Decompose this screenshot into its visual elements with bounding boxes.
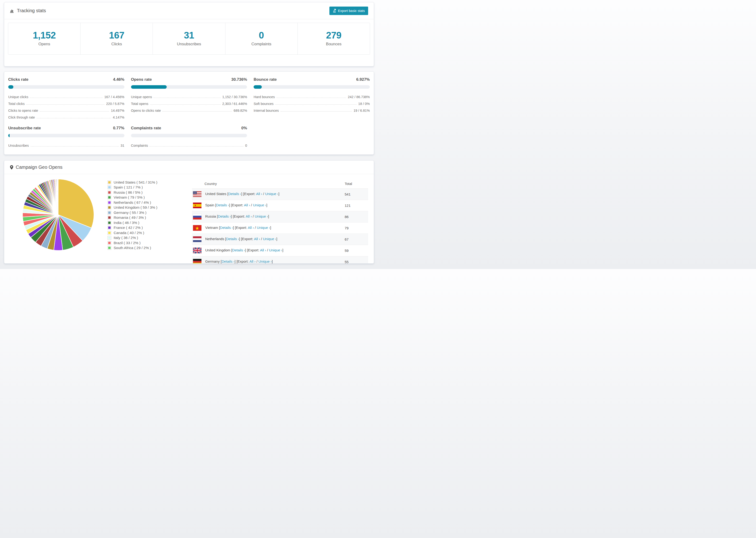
- tracking-stats-card: Tracking stats Export basic stats 1,152 …: [4, 2, 374, 67]
- export-all-link[interactable]: All ›: [256, 192, 262, 196]
- slash: /: [254, 226, 257, 230]
- details-link[interactable]: Details ›: [232, 248, 245, 252]
- legend-label: France ( 42 / 2% ): [114, 226, 143, 230]
- export-unique-link[interactable]: Unique ›: [253, 203, 266, 207]
- dotted-leader: [149, 146, 243, 146]
- details-link[interactable]: Details ›: [222, 259, 235, 263]
- legend-swatch: [108, 231, 111, 235]
- legend-label: South Africa ( 29 / 2% ): [114, 246, 151, 250]
- rate-title: Unsubscribe rate: [8, 126, 41, 131]
- rate-progress-bar: [8, 134, 125, 137]
- slash: /: [252, 214, 255, 218]
- rate-progress-bar: [8, 85, 125, 89]
- legend-item: Netherlands ( 67 / 4% ): [108, 200, 188, 205]
- stat-label: Bounces: [298, 42, 370, 46]
- rate-detail-row: Total opens 2,303 / 61.446%: [131, 99, 247, 106]
- legend-label: Russia ( 86 / 5% ): [114, 190, 142, 194]
- rate-row-value: 19 / 6.81%: [353, 109, 370, 112]
- dotted-leader: [40, 111, 109, 112]
- slash: /: [255, 259, 258, 263]
- stat-label: Clicks: [81, 42, 153, 46]
- legend-swatch: [108, 226, 111, 230]
- legend-item: India ( 46 / 3% ): [108, 220, 188, 225]
- legend-item: United States ( 541 / 31% ): [108, 180, 188, 185]
- slash: /: [266, 248, 269, 252]
- country-cell: United States [Details ›] [Export: All ›…: [192, 188, 340, 200]
- export-unique-link[interactable]: Unique ›: [263, 237, 276, 241]
- export-unique-link[interactable]: Unique ›: [269, 248, 283, 252]
- bracket: ]: [279, 192, 279, 196]
- slash: /: [262, 192, 265, 196]
- export-all-link[interactable]: All ›: [246, 214, 252, 218]
- rate-row-value: 167 / 4.456%: [104, 95, 124, 99]
- rate-progress-bar: [253, 85, 370, 89]
- geo-table-row: United Kingdom [Details ›] [Export: All …: [192, 245, 368, 256]
- campaign-geo-opens-card: Campaign Geo Opens United States ( 541 /…: [4, 160, 374, 264]
- geo-table-row: United States [Details ›] [Export: All ›…: [192, 188, 368, 200]
- legend-swatch: [108, 246, 111, 250]
- stat-cell: 0 Complaints: [225, 23, 298, 54]
- stat-label: Opens: [8, 42, 80, 46]
- export-label: [Export:: [233, 214, 246, 218]
- stat-value: 279: [298, 30, 370, 40]
- export-basic-stats-button[interactable]: Export basic stats: [329, 7, 368, 15]
- export-all-link[interactable]: All ›: [244, 203, 250, 207]
- export-unique-link[interactable]: Unique ›: [258, 259, 272, 263]
- country-cell: Germany [Details ›] [Export: All › / Uni…: [192, 256, 340, 264]
- details-link[interactable]: Details ›: [216, 203, 229, 207]
- rate-value: 0%: [242, 126, 247, 131]
- export-label: [Export:: [241, 237, 254, 241]
- country-name: Germany: [205, 259, 221, 263]
- legend-item: Brazil ( 33 / 2% ): [108, 241, 188, 245]
- map-pin-icon: [10, 165, 13, 170]
- rate-row-label: Total opens: [131, 102, 148, 106]
- rates-grid: Clicks rate 4.46% Unique clicks 167 / 4.…: [8, 77, 370, 147]
- export-button-label: Export basic stats: [338, 9, 365, 13]
- total-cell: 86: [340, 211, 368, 222]
- country-name: Russia: [205, 214, 217, 218]
- rate-progress-fill: [253, 85, 261, 89]
- legend-item: Italy ( 36 / 2% ): [108, 236, 188, 241]
- rate-progress-bar: [131, 85, 247, 89]
- rate-value: 0.77%: [113, 126, 124, 131]
- dotted-leader: [275, 104, 357, 105]
- rate-row-label: Total clicks: [8, 102, 25, 106]
- bracket: ]: [270, 226, 271, 230]
- details-link[interactable]: Details ›: [228, 192, 241, 196]
- stat-label: Complaints: [225, 42, 297, 46]
- rate-detail-row: Total clicks 220 / 5.87%: [8, 99, 125, 106]
- export-label: [Export:: [243, 192, 256, 196]
- export-unique-link[interactable]: Unique ›: [255, 214, 268, 218]
- column-header-country: Country: [192, 179, 340, 188]
- details-link[interactable]: Details ›: [220, 226, 233, 230]
- rate-panel: Bounce rate 6.927% Hard bounces 242 / 86…: [253, 77, 370, 119]
- legend-swatch: [108, 216, 111, 219]
- total-cell: 121: [340, 200, 368, 211]
- export-all-link[interactable]: All ›: [248, 226, 254, 230]
- total-cell: 541: [340, 188, 368, 200]
- rate-row-label: Unsubscribes: [8, 144, 29, 147]
- rate-detail-row: Unique clicks 167 / 4.456%: [8, 92, 125, 99]
- column-header-total: Total: [340, 179, 368, 188]
- legend-label: Romania ( 49 / 3% ): [114, 215, 146, 220]
- legend-swatch: [108, 221, 111, 225]
- legend-swatch: [108, 201, 111, 204]
- export-label: [Export:: [237, 259, 249, 263]
- details-link[interactable]: Details ›: [226, 237, 239, 241]
- details-link[interactable]: Details ›: [218, 214, 231, 218]
- geo-title: Campaign Geo Opens: [16, 165, 63, 170]
- stat-cell: 279 Bounces: [298, 23, 370, 54]
- export-all-link[interactable]: All ›: [254, 237, 260, 241]
- country-cell: Spain [Details ›] [Export: All › / Uniqu…: [192, 200, 340, 211]
- flag-nl-icon: [193, 237, 201, 242]
- export-unique-link[interactable]: Unique ›: [257, 226, 270, 230]
- total-cell: 79: [340, 222, 368, 234]
- export-all-link[interactable]: All ›: [249, 259, 255, 263]
- export-all-link[interactable]: All ›: [260, 248, 266, 252]
- total-cell: 67: [340, 234, 368, 245]
- dotted-leader: [30, 146, 119, 146]
- rate-detail-row: Unsubscribes 31: [8, 140, 125, 147]
- export-unique-link[interactable]: Unique ›: [265, 192, 279, 196]
- legend-item: Vietnam ( 79 / 5% ): [108, 195, 188, 200]
- rate-progress-fill: [8, 134, 10, 137]
